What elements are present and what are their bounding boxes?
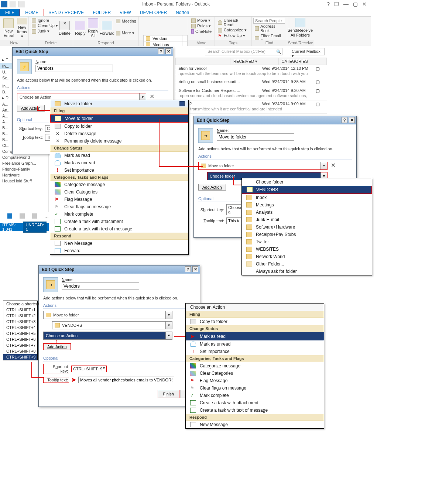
more-views[interactable]: …: [44, 213, 49, 219]
menu-flag-message[interactable]: ⚑Flag Message: [186, 377, 324, 384]
send-receive-all-button[interactable]: Send/Receive All Folders: [287, 17, 313, 37]
shortcut-2[interactable]: CTRL+SHIFT+2: [3, 313, 37, 319]
quick-step-icon[interactable]: ➜: [198, 128, 213, 143]
menu-copy-to-folder[interactable]: Copy to folder: [50, 123, 188, 130]
dialog-close-button[interactable]: ✕: [165, 48, 171, 54]
finish-button[interactable]: Finish: [158, 390, 179, 398]
categorize-button[interactable]: Categorize ▾: [216, 27, 250, 33]
forward-button[interactable]: Forward: [99, 18, 114, 38]
shortcut-6[interactable]: CTRL+SHIFT+6: [3, 336, 37, 342]
menu-categorize[interactable]: Categorize message: [186, 362, 324, 370]
menu-categorize[interactable]: Categorize message: [50, 181, 188, 188]
folder-other[interactable]: Other Folder...: [242, 260, 372, 268]
help-button[interactable]: ?: [327, 1, 330, 7]
maximize-button[interactable]: ▢: [353, 1, 358, 7]
search-scope-dropdown[interactable]: Current Mailbox ▾: [290, 48, 325, 55]
rules-button[interactable]: Rules ▾: [190, 23, 213, 29]
shortcut-5[interactable]: CTRL+SHIFT+5: [3, 330, 37, 336]
menu-clear-flags[interactable]: ⚑Clear flags on message: [50, 203, 188, 210]
action-move-to-folder-dropdown[interactable]: Move to folder▼: [198, 162, 328, 170]
tooltip-input[interactable]: [226, 217, 241, 224]
dialog-close-button[interactable]: ✕: [192, 266, 198, 272]
mail-row[interactable]: ...swers?Wed 9/24/2014 9:09 AM▢ ...y fil…: [175, 100, 327, 114]
shortcut-1[interactable]: CTRL+SHIFT+1: [3, 307, 37, 313]
minimize-button[interactable]: —: [343, 1, 349, 7]
tooltip-input[interactable]: [78, 377, 174, 383]
quick-step-icon[interactable]: ⚡: [17, 59, 32, 74]
tab-norton[interactable]: Norton: [171, 9, 193, 16]
mail-row[interactable]: ...riefing on small business securit...W…: [175, 78, 327, 87]
shortcut-dropdown[interactable]: Choose a: [226, 204, 241, 215]
menu-task-attachment[interactable]: Create a task with attachment: [186, 399, 324, 407]
menu-move-to-folder[interactable]: Move to folder: [50, 114, 188, 123]
tab-home[interactable]: HOME: [20, 9, 44, 16]
dialog-title-bar[interactable]: Edit Quick Step ? ✕: [13, 48, 173, 56]
delete-button[interactable]: ✕Delete: [58, 18, 71, 38]
dialog-help-button[interactable]: ?: [158, 48, 164, 54]
qat-undo-icon[interactable]: [18, 1, 25, 7]
search-people-input[interactable]: [253, 18, 285, 24]
ribbon-display-button[interactable]: ❐: [334, 1, 339, 7]
name-input[interactable]: [62, 282, 139, 290]
menu-delete-message[interactable]: ✕Delete message: [50, 130, 188, 137]
folder-always-ask[interactable]: Always ask for folder: [242, 268, 372, 275]
menu-task-attachment[interactable]: Create a task with attachment: [50, 218, 188, 225]
dialog-title-bar[interactable]: Edit Quick Step ? ✕: [39, 265, 200, 274]
dialog-title-bar[interactable]: Edit Quick Step ? ✕: [194, 116, 356, 124]
menu-set-importance[interactable]: !Set importance: [186, 348, 324, 355]
folder-hardware[interactable]: Hardware: [0, 172, 48, 178]
tab-folder[interactable]: FOLDER: [88, 9, 115, 16]
folder-inbox[interactable]: Inbox: [242, 194, 372, 201]
people-view-icon[interactable]: [32, 213, 37, 219]
tab-view[interactable]: VIEW: [115, 9, 136, 16]
add-action-button[interactable]: Add Action: [198, 184, 226, 191]
folder-freelance[interactable]: Freelance Graph...: [0, 160, 48, 166]
folder-household[interactable]: HouseHold Stuff: [0, 178, 48, 184]
shortcut-3[interactable]: CTRL+SHIFT+3: [3, 319, 37, 325]
qs-vendors[interactable]: Vendors: [144, 35, 187, 42]
name-input[interactable]: [35, 65, 113, 72]
folder-computerworld[interactable]: Computerworld: [0, 154, 48, 160]
shortcut-7[interactable]: CTRL+SHIFT+7: [3, 342, 37, 348]
folder-junk[interactable]: Junk E-mail: [242, 216, 372, 223]
folder-analysts[interactable]: Analysts: [242, 209, 372, 216]
mail-view-icon[interactable]: [7, 213, 12, 219]
menu-flag-message[interactable]: ⚑Flag Message: [50, 196, 188, 203]
close-button[interactable]: ✕: [362, 1, 367, 7]
menu-mark-unread[interactable]: Mark as unread: [186, 340, 324, 348]
shortcut-dropdown[interactable]: CTRL+SHIFT+9 ▼: [71, 366, 107, 372]
folder-receipts[interactable]: Receipts+Pay Stubs: [242, 231, 372, 238]
mail-row[interactable]: ...Software for Customer Request ...Wed …: [175, 87, 327, 100]
reply-all-button[interactable]: Reply All: [87, 18, 100, 38]
move-button[interactable]: Move ▾: [190, 18, 213, 23]
shortcut-4[interactable]: CTRL+SHIFT+4: [3, 325, 37, 330]
reply-button[interactable]: Reply: [74, 18, 87, 38]
menu-mark-read[interactable]: Mark as read: [50, 152, 188, 159]
dialog-help-button[interactable]: ?: [342, 117, 347, 123]
folder-choose-folder[interactable]: Choose folder: [242, 178, 372, 186]
folder-network-world[interactable]: Network World: [242, 253, 372, 260]
menu-set-importance[interactable]: !Set importance: [50, 167, 188, 174]
menu-copy-to-folder[interactable]: Copy to folder: [186, 318, 324, 325]
folder-websites[interactable]: WEBSITES: [242, 246, 372, 253]
folder-vendors[interactable]: VENDORS: [242, 186, 372, 194]
col-received[interactable]: RECEIVED ▾: [230, 58, 279, 65]
menu-task-text[interactable]: Create a task with text of message: [50, 225, 188, 233]
menu-forward[interactable]: Forward: [50, 247, 188, 254]
unread-read-button[interactable]: Unread/ Read: [216, 18, 250, 27]
menu-new-message[interactable]: New Message: [186, 421, 324, 428]
menu-clear-categories[interactable]: Clear Categories: [186, 370, 324, 377]
calendar-view-icon[interactable]: [20, 213, 24, 219]
shortcut-9[interactable]: CTRL+SHIFT+9: [3, 354, 37, 360]
onenote-button[interactable]: OneNote: [190, 29, 213, 34]
more-button[interactable]: More ▾: [114, 30, 138, 36]
folder-software-hardware[interactable]: Software+Hardware: [242, 223, 372, 231]
menu-permanently-delete[interactable]: ✕Permanently delete message: [50, 137, 188, 145]
remove-action-button[interactable]: ✕: [330, 162, 336, 169]
follow-up-button[interactable]: ⚑Follow Up ▾: [216, 33, 250, 38]
meeting-button[interactable]: Meeting: [114, 18, 138, 24]
shortcut-choose[interactable]: Choose a shortcut: [3, 301, 37, 307]
search-icon[interactable]: 🔍: [276, 49, 281, 54]
new-items-button[interactable]: New Items ▾: [16, 18, 28, 38]
tab-send-receive[interactable]: SEND / RECEIVE: [44, 9, 88, 16]
